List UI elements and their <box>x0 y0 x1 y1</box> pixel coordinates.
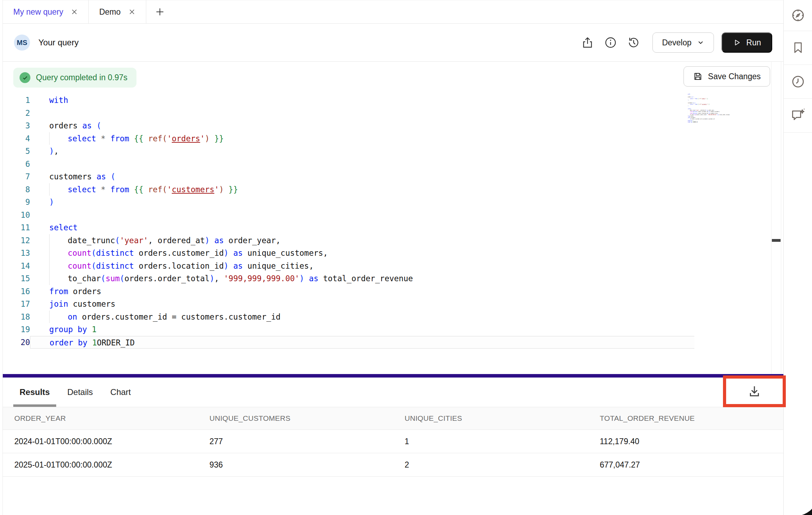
line-number: 20 <box>3 336 30 349</box>
save-changes-button[interactable]: Save Changes <box>684 66 770 87</box>
code-line-12[interactable]: 12date_trunc('year', ordered_at) as orde… <box>3 234 694 247</box>
line-number: 14 <box>3 260 30 273</box>
column-header: UNIQUE_CITIES <box>393 414 588 423</box>
code-line-3[interactable]: 3orders as ( <box>3 119 694 132</box>
code-line-10[interactable]: 10 <box>3 209 694 222</box>
results-tabbar: Results Details Chart <box>3 378 783 407</box>
save-changes-label: Save Changes <box>708 72 761 81</box>
line-number: 2 <box>3 107 30 120</box>
save-icon <box>693 72 703 81</box>
tab-chart[interactable]: Chart <box>110 378 131 407</box>
code-line-6[interactable]: 6 <box>3 158 694 171</box>
code-line-1[interactable]: 1with <box>3 94 694 107</box>
download-button[interactable] <box>747 384 762 399</box>
table-cell: 1 <box>393 437 588 446</box>
app-window: My new query Demo MS Your query <box>0 0 812 515</box>
history-icon[interactable] <box>627 36 641 50</box>
column-header: TOTAL_ORDER_REVENUE <box>588 414 783 423</box>
status-badge: Query completed in 0.97s <box>13 68 136 88</box>
avatar: MS <box>14 35 30 51</box>
line-number: 8 <box>3 183 30 196</box>
right-sidebar <box>783 0 812 515</box>
share-icon[interactable] <box>581 36 595 50</box>
table-header-row: ORDER_YEARUNIQUE_CUSTOMERSUNIQUE_CITIEST… <box>3 407 783 430</box>
sidebar-item-bookmarks[interactable] <box>784 31 812 65</box>
annotation-highlight-rect <box>723 375 786 407</box>
chevron-down-icon <box>697 39 704 46</box>
line-number: 1 <box>3 94 30 107</box>
compass-icon <box>791 8 805 23</box>
sql-editor[interactable]: Query completed in 0.97s Save Changes 1w… <box>3 62 783 374</box>
minimap[interactable]: 1with23orders as (4select * from {{ ref(… <box>686 94 745 132</box>
table-cell: 2024-01-01T00:00:00.000Z <box>3 437 198 446</box>
code-line-20[interactable]: 20order by 1ORDER_ID <box>3 336 694 349</box>
table-cell: 677,047.27 <box>588 460 783 470</box>
code-line-5[interactable]: 5), <box>3 145 694 158</box>
info-icon[interactable] <box>604 36 618 50</box>
code-area[interactable]: 1with23orders as (4select * from {{ ref(… <box>3 94 694 349</box>
line-number: 12 <box>3 234 30 247</box>
code-line-14[interactable]: 14count(distinct orders.location_id) as … <box>3 260 694 273</box>
develop-button[interactable]: Develop <box>652 32 714 53</box>
code-line-8[interactable]: 8select * from {{ ref('customers') }} <box>3 183 694 196</box>
line-number: 18 <box>3 311 30 323</box>
code-line-7[interactable]: 7customers as ( <box>3 170 694 183</box>
ai-chat-icon <box>790 108 806 123</box>
code-line-16[interactable]: 16from orders <box>3 285 694 298</box>
editor-tabbar: My new query Demo <box>3 0 783 24</box>
table-cell: 277 <box>198 437 393 446</box>
new-tab-button[interactable] <box>146 0 174 23</box>
line-number: 9 <box>3 196 30 209</box>
code-line-18[interactable]: 18on orders.customer_id = customers.cust… <box>3 311 694 323</box>
page-title: Your query <box>38 38 79 47</box>
code-line-4[interactable]: 4select * from {{ ref('orders') }} <box>3 132 694 145</box>
table-row: 2025-01-01T00:00:00.000Z9362677,047.27 <box>3 453 783 477</box>
code-line-17[interactable]: 17join customers <box>3 298 694 311</box>
tab-details[interactable]: Details <box>67 378 93 407</box>
table-cell: 2 <box>393 460 588 470</box>
table-body: 2024-01-01T00:00:00.000Z2771112,179.4020… <box>3 430 783 477</box>
tab-label: My new query <box>13 7 63 17</box>
code-line-19[interactable]: 19group by 1 <box>3 323 694 336</box>
line-number: 10 <box>3 209 30 222</box>
line-number: 13 <box>3 247 30 260</box>
sidebar-item-history[interactable] <box>784 65 812 99</box>
close-icon[interactable] <box>128 8 135 15</box>
sidebar-item-explore[interactable] <box>784 0 812 31</box>
line-number: 16 <box>3 285 30 298</box>
code-line-15[interactable]: 15to_char(sum(orders.order_total), '999,… <box>3 272 694 285</box>
column-header: ORDER_YEAR <box>3 414 198 423</box>
line-number: 7 <box>3 170 30 183</box>
line-number: 5 <box>3 145 30 158</box>
table-cell: 936 <box>198 460 393 470</box>
sidebar-item-ai-assistant[interactable] <box>784 99 812 133</box>
code-line-13[interactable]: 13count(distinct orders.customer_id) as … <box>3 247 694 260</box>
close-icon[interactable] <box>71 8 78 15</box>
code-line-20[interactable]: 20order by 1ORDER_ID <box>686 121 745 123</box>
run-button[interactable]: Run <box>722 32 772 53</box>
table-cell: 112,179.40 <box>588 437 783 446</box>
develop-button-label: Develop <box>662 38 691 47</box>
line-number: 19 <box>3 323 30 336</box>
line-number: 11 <box>3 221 30 234</box>
tab-demo[interactable]: Demo <box>89 0 146 23</box>
scrollbar-thumb[interactable] <box>772 239 781 242</box>
line-number: 3 <box>3 119 30 132</box>
editor-results-divider[interactable] <box>3 374 783 378</box>
bookmark-icon <box>791 41 805 55</box>
code-line-2[interactable]: 2 <box>3 107 694 120</box>
results-panel: Results Details Chart ORDER_YEARUNIQUE_C… <box>3 378 783 515</box>
code-line-11[interactable]: 11select <box>3 221 694 234</box>
line-number: 17 <box>3 298 30 311</box>
code-line-9[interactable]: 9) <box>3 196 694 209</box>
plus-icon <box>155 7 164 16</box>
line-number: 15 <box>3 272 30 285</box>
editor-scrollbar[interactable] <box>771 62 781 374</box>
table-cell: 2025-01-01T00:00:00.000Z <box>3 460 198 470</box>
history-clock-icon <box>791 74 805 89</box>
tab-results[interactable]: Results <box>20 378 50 407</box>
tab-my-new-query[interactable]: My new query <box>3 0 89 23</box>
table-row: 2024-01-01T00:00:00.000Z2771112,179.40 <box>3 430 783 453</box>
download-icon <box>747 384 762 399</box>
run-button-label: Run <box>746 38 761 47</box>
